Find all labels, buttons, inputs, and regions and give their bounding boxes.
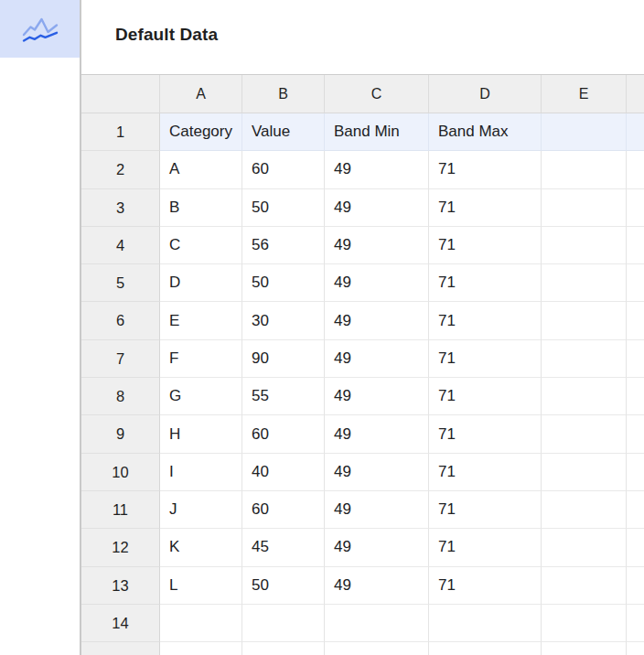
grid-cell[interactable]: 49 (325, 264, 429, 302)
column-header[interactable]: E (542, 75, 627, 113)
grid-cell[interactable]: 49 (325, 151, 429, 188)
row-number[interactable]: 13 (81, 567, 160, 605)
grid-cell[interactable]: 60 (242, 415, 325, 453)
grid-cell[interactable] (542, 605, 627, 642)
grid-cell[interactable]: 30 (242, 302, 325, 339)
grid-cell[interactable] (325, 642, 429, 655)
column-header[interactable]: B (242, 75, 325, 113)
row-number[interactable]: 1 (81, 113, 160, 151)
grid-cell[interactable]: 49 (325, 302, 429, 339)
grid-cell[interactable]: H (160, 415, 242, 453)
grid-cell[interactable] (627, 113, 644, 151)
corner-cell[interactable] (81, 75, 160, 113)
grid-cell[interactable] (627, 567, 644, 605)
row-number[interactable]: 15 (81, 642, 160, 655)
column-header[interactable] (627, 75, 644, 113)
row-number[interactable]: 4 (81, 227, 160, 264)
grid-cell[interactable] (627, 151, 644, 188)
grid-cell[interactable]: L (160, 567, 242, 605)
grid-cell[interactable]: 71 (429, 415, 542, 453)
grid-cell[interactable]: 40 (242, 454, 325, 491)
grid-cell[interactable] (542, 151, 627, 188)
row-number[interactable]: 8 (81, 378, 160, 415)
grid-cell[interactable]: 71 (429, 189, 542, 227)
grid-cell[interactable]: 56 (242, 227, 325, 264)
grid-cell[interactable] (325, 605, 429, 642)
grid-cell[interactable]: 49 (325, 378, 429, 415)
grid-cell[interactable] (542, 302, 627, 339)
row-number[interactable]: 6 (81, 302, 160, 339)
grid-cell[interactable]: 49 (325, 415, 429, 453)
grid-cell[interactable]: 60 (242, 151, 325, 188)
grid-cell[interactable]: 60 (242, 491, 325, 529)
grid-cell[interactable]: 49 (325, 189, 429, 227)
grid-cell[interactable]: 45 (242, 529, 325, 566)
grid-cell[interactable] (627, 340, 644, 378)
grid-cell[interactable]: 71 (429, 340, 542, 378)
grid-cell[interactable]: A (160, 151, 242, 188)
grid-cell[interactable] (242, 605, 325, 642)
grid-cell[interactable]: 49 (325, 454, 429, 491)
grid-cell[interactable] (627, 378, 644, 415)
grid-cell[interactable] (429, 605, 542, 642)
grid-cell[interactable]: B (160, 189, 242, 227)
row-number[interactable]: 10 (81, 454, 160, 491)
grid-cell[interactable]: 71 (429, 302, 542, 339)
grid-cell[interactable]: Band Min (325, 113, 429, 151)
grid-cell[interactable] (542, 491, 627, 529)
grid-cell[interactable]: 71 (429, 454, 542, 491)
grid-cell[interactable]: 71 (429, 264, 542, 302)
grid-cell[interactable]: 50 (242, 189, 325, 227)
grid-cell[interactable]: 50 (242, 567, 325, 605)
grid-cell[interactable]: 49 (325, 491, 429, 529)
row-number[interactable]: 11 (81, 491, 160, 529)
grid-cell[interactable] (542, 378, 627, 415)
grid-cell[interactable]: 49 (325, 340, 429, 378)
grid-cell[interactable]: J (160, 491, 242, 529)
grid-cell[interactable]: E (160, 302, 242, 339)
grid-cell[interactable] (542, 340, 627, 378)
grid-cell[interactable]: 55 (242, 378, 325, 415)
grid-cell[interactable]: 90 (242, 340, 325, 378)
column-header[interactable]: C (325, 75, 429, 113)
grid-cell[interactable]: C (160, 227, 242, 264)
grid-cell[interactable] (429, 642, 542, 655)
grid-cell[interactable]: 49 (325, 567, 429, 605)
grid-cell[interactable] (627, 227, 644, 264)
row-number[interactable]: 5 (81, 264, 160, 302)
grid-cell[interactable] (627, 302, 644, 339)
grid-cell[interactable] (542, 415, 627, 453)
grid-cell[interactable]: I (160, 454, 242, 491)
column-header[interactable]: A (160, 75, 242, 113)
grid-cell[interactable]: 49 (325, 529, 429, 566)
grid-cell[interactable]: 71 (429, 227, 542, 264)
grid-cell[interactable]: K (160, 529, 242, 566)
grid-cell[interactable]: 71 (429, 567, 542, 605)
row-number[interactable]: 12 (81, 529, 160, 566)
grid-cell[interactable] (627, 491, 644, 529)
grid-cell[interactable] (627, 642, 644, 655)
grid-cell[interactable] (542, 454, 627, 491)
grid-cell[interactable]: Value (242, 113, 325, 151)
row-number[interactable]: 9 (81, 415, 160, 453)
grid-cell[interactable] (627, 454, 644, 491)
grid-cell[interactable] (542, 189, 627, 227)
grid-cell[interactable]: 71 (429, 491, 542, 529)
grid-cell[interactable]: G (160, 378, 242, 415)
grid-cell[interactable]: 50 (242, 264, 325, 302)
grid-cell[interactable]: 71 (429, 378, 542, 415)
grid-cell[interactable] (542, 113, 627, 151)
row-number[interactable]: 14 (81, 605, 160, 642)
grid-cell[interactable] (627, 529, 644, 566)
grid-cell[interactable] (542, 264, 627, 302)
grid-cell[interactable]: Category (160, 113, 242, 151)
column-header[interactable]: D (429, 75, 542, 113)
grid-cell[interactable]: F (160, 340, 242, 378)
grid-cell[interactable] (242, 642, 325, 655)
grid-cell[interactable] (542, 642, 627, 655)
grid-cell[interactable] (160, 642, 242, 655)
grid-cell[interactable] (542, 567, 627, 605)
grid-cell[interactable] (627, 605, 644, 642)
grid-cell[interactable] (160, 605, 242, 642)
grid-cell[interactable] (627, 189, 644, 227)
